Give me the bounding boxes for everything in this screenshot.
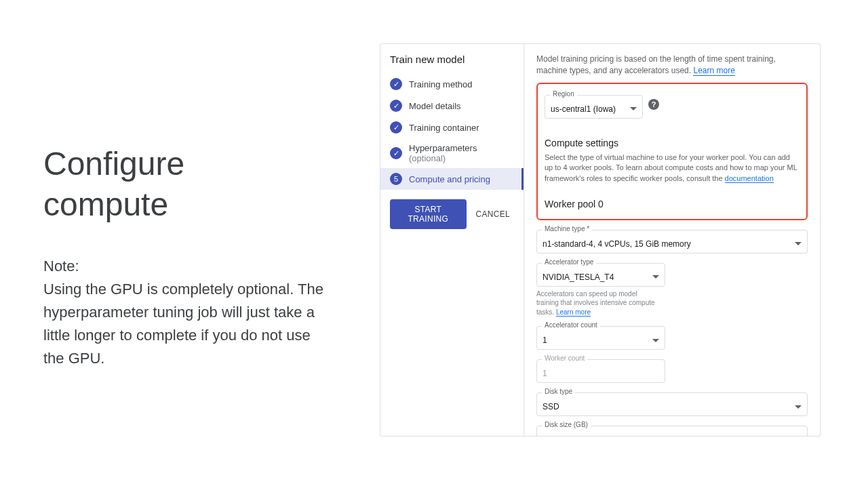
accelerator-count-field: Accelerator count 1 <box>536 326 808 350</box>
chevron-down-icon <box>795 405 802 409</box>
step-model-details[interactable]: ✓ Model details <box>380 95 524 117</box>
compute-settings-desc: Select the type of virtual machine to us… <box>545 152 800 184</box>
slide-title-line2: compute <box>43 186 168 222</box>
sidebar-heading: Train new model <box>380 54 524 73</box>
start-training-button[interactable]: START TRAINING <box>390 199 467 229</box>
check-icon: ✓ <box>390 147 402 159</box>
worker-count-value: 1 <box>542 369 547 378</box>
step-label: Compute and pricing <box>409 174 490 184</box>
sidebar: Train new model ✓ Training method ✓ Mode… <box>380 44 524 436</box>
machine-type-field: Machine type * n1-standard-4, 4 vCPUs, 1… <box>536 230 808 253</box>
slide-note-body: Using the GPU is completely optional. Th… <box>43 278 335 370</box>
disk-type-field: Disk type SSD <box>536 392 808 416</box>
chevron-down-icon <box>652 275 659 279</box>
slide-text: Configure compute Note: Using the GPU is… <box>43 144 335 370</box>
worker-count-input[interactable]: 1 <box>536 359 665 383</box>
documentation-link[interactable]: documentation <box>725 174 774 183</box>
check-icon: ✓ <box>390 121 402 134</box>
step-compute-pricing[interactable]: 5 Compute and pricing <box>380 168 524 190</box>
accelerator-count-select[interactable]: 1 <box>536 326 665 350</box>
machine-type-label: Machine type * <box>542 225 592 232</box>
main-panel: Model training pricing is based on the l… <box>524 44 820 436</box>
region-label: Region <box>550 90 577 98</box>
slide-note: Note: Using the GPU is completely option… <box>43 255 335 370</box>
sidebar-actions: START TRAINING CANCEL <box>380 190 524 239</box>
step-label: Training container <box>409 123 479 133</box>
console-card: Train new model ✓ Training method ✓ Mode… <box>380 43 821 436</box>
accelerator-type-field: Accelerator type NVIDIA_TESLA_T4 Acceler… <box>536 263 808 317</box>
slide-title-line1: Configure <box>43 146 184 182</box>
check-icon: ✓ <box>390 78 402 90</box>
highlight-box: Region us-central1 (Iowa) ? Compute sett… <box>536 83 808 220</box>
learn-more-link[interactable]: Learn more <box>693 66 734 76</box>
disk-type-value: SSD <box>542 402 559 411</box>
step-label: Model details <box>409 101 461 111</box>
worker-pool-title: Worker pool 0 <box>545 199 800 209</box>
accelerator-type-label: Accelerator type <box>542 258 596 266</box>
accelerator-helper: Accelerators can speed up model training… <box>536 289 658 317</box>
disk-size-label: Disk size (GB) <box>542 421 591 428</box>
disk-size-value: 100 <box>542 435 556 436</box>
disk-type-select[interactable]: SSD <box>536 392 808 416</box>
accelerator-count-label: Accelerator count <box>542 321 600 329</box>
accelerator-count-value: 1 <box>542 336 547 345</box>
step-label: Training method <box>409 79 472 89</box>
disk-size-field: Disk size (GB) 100 <box>536 426 808 436</box>
step-number-icon: 5 <box>390 173 402 185</box>
slide-title: Configure compute <box>43 144 335 225</box>
chevron-down-icon <box>630 107 637 110</box>
region-row: Region us-central1 (Iowa) ? <box>545 91 800 119</box>
step-training-container[interactable]: ✓ Training container <box>380 117 524 138</box>
region-value: us-central1 (Iowa) <box>551 104 616 114</box>
chevron-down-icon <box>795 242 802 245</box>
accel-learn-more-link[interactable]: Learn more <box>556 308 591 317</box>
machine-type-select[interactable]: n1-standard-4, 4 vCPUs, 15 GiB memory <box>536 230 808 253</box>
machine-type-value: n1-standard-4, 4 vCPUs, 15 GiB memory <box>542 239 691 249</box>
cancel-button[interactable]: CANCEL <box>472 199 514 229</box>
region-select[interactable]: us-central1 (Iowa) <box>545 95 643 119</box>
check-icon: ✓ <box>390 100 402 112</box>
accelerator-type-select[interactable]: NVIDIA_TESLA_T4 <box>536 263 665 287</box>
compute-settings-title: Compute settings <box>545 138 800 148</box>
help-icon[interactable]: ? <box>648 99 659 110</box>
region-field: Region us-central1 (Iowa) <box>545 95 643 119</box>
step-label: Hyperparameters (optional) <box>409 143 514 163</box>
worker-count-field: Worker count 1 <box>536 359 808 383</box>
chevron-down-icon <box>652 339 659 342</box>
accelerator-type-value: NVIDIA_TESLA_T4 <box>542 272 614 282</box>
step-training-method[interactable]: ✓ Training method <box>380 73 524 95</box>
disk-type-label: Disk type <box>542 388 575 395</box>
slide-note-label: Note: <box>43 255 335 278</box>
step-hyperparameters[interactable]: ✓ Hyperparameters (optional) <box>380 138 524 168</box>
pricing-intro: Model training pricing is based on the l… <box>536 54 808 77</box>
worker-count-label: Worker count <box>542 354 587 362</box>
